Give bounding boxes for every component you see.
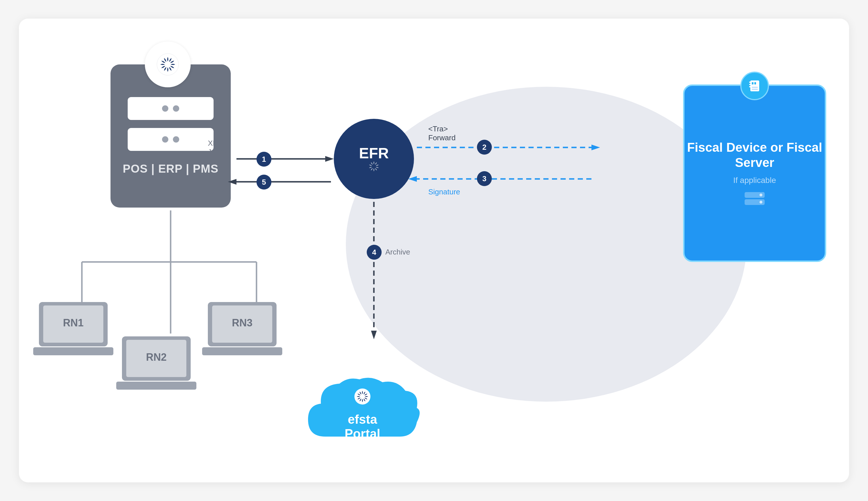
svg-marker-15 (371, 331, 377, 339)
svg-text:Portal: Portal (345, 427, 381, 440)
step-2-circle: 2 (477, 140, 492, 154)
fiscal-icon-top (740, 72, 769, 100)
step-5-circle: 5 (257, 175, 271, 190)
svg-text:efsta: efsta (348, 412, 377, 426)
arrow-1-label: XML / JSON (208, 139, 228, 157)
svg-rect-24 (749, 82, 751, 83)
svg-rect-22 (752, 87, 758, 88)
fiscal-device-box: Fiscal Device or Fiscal Server If applic… (683, 84, 826, 262)
svg-point-32 (361, 394, 364, 398)
svg-rect-26 (749, 86, 751, 87)
svg-rect-21 (754, 82, 756, 84)
step-4-number: 4 (367, 245, 382, 260)
pos-logo-circle (145, 42, 191, 87)
fiscal-server-icon (743, 191, 766, 206)
svg-rect-20 (752, 82, 753, 84)
svg-rect-25 (749, 84, 751, 85)
arrow-5-label: Response (196, 188, 230, 196)
svg-marker-7 (325, 156, 334, 162)
svg-point-18 (373, 165, 375, 168)
svg-point-28 (760, 193, 762, 196)
efr-label: EFR (359, 146, 389, 161)
arrow-2-label: <Tra>Forward (428, 125, 456, 142)
step-3-circle: 3 (477, 171, 492, 186)
step-1-circle: 1 (257, 152, 271, 167)
svg-rect-23 (752, 89, 758, 90)
svg-point-30 (760, 201, 762, 204)
efr-circle: EFR (334, 119, 414, 199)
svg-point-17 (165, 62, 170, 67)
efsta-portal-cloud: efsta Portal (305, 374, 420, 459)
svg-marker-11 (591, 145, 600, 150)
arrow-4-label: Archive (385, 248, 410, 256)
diagram-container: POS | ERP | PMS 1 XML / JSON 5 Response … (19, 19, 849, 482)
fiscal-device-subtitle: If applicable (733, 176, 776, 185)
svg-marker-9 (228, 179, 236, 185)
fiscal-device-title: Fiscal Device or Fiscal Server (685, 140, 825, 170)
arrow-3-label: Signature (428, 188, 460, 196)
